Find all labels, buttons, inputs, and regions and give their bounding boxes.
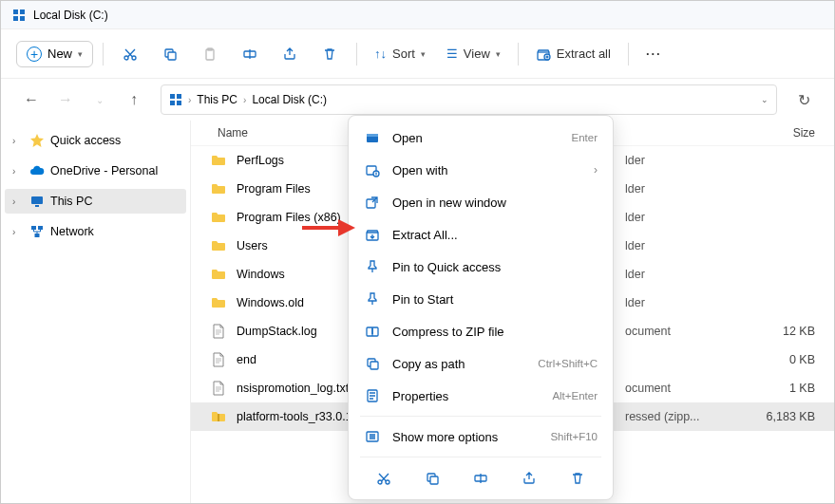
file-type: ocument	[625, 382, 739, 395]
svg-rect-7	[168, 52, 176, 60]
menu-item-pin-to-start[interactable]: Pin to Start	[354, 283, 607, 315]
divider	[628, 43, 629, 65]
cut-button[interactable]	[369, 465, 399, 492]
menu-item-copy-as-path[interactable]: Copy as pathCtrl+Shift+C	[354, 347, 607, 380]
new-button[interactable]: + New ▾	[16, 41, 93, 67]
menu-item-extract-all-[interactable]: Extract All...	[354, 218, 607, 251]
svg-rect-3	[20, 16, 25, 21]
refresh-button[interactable]: ↻	[788, 84, 819, 115]
svg-rect-15	[177, 101, 181, 105]
svg-rect-1	[20, 9, 25, 14]
rename-button[interactable]	[233, 37, 267, 71]
chevron-right-icon: ›	[12, 166, 24, 177]
monitor-icon	[29, 194, 45, 209]
divider	[356, 43, 357, 65]
more-icon	[364, 428, 381, 445]
cloud-icon	[29, 163, 45, 178]
divider	[103, 43, 104, 65]
chevron-right-icon: ›	[188, 95, 191, 105]
zip-icon	[210, 408, 227, 425]
share-button[interactable]	[273, 37, 307, 71]
sidebar: ›Quick access›OneDrive - Personal›This P…	[1, 121, 191, 503]
share-button[interactable]	[514, 465, 544, 492]
window-title: Local Disk (C:)	[33, 9, 108, 22]
menu-item-open[interactable]: OpenEnter	[354, 121, 607, 154]
svg-rect-29	[370, 362, 378, 369]
menu-divider	[360, 416, 601, 417]
file-size: 0 KB	[739, 353, 815, 366]
menu-item-properties[interactable]: PropertiesAlt+Enter	[354, 380, 607, 412]
chevron-right-icon: ›	[12, 196, 24, 207]
back-button[interactable]: ←	[16, 84, 47, 115]
sort-button[interactable]: ↑↓ Sort ▾	[367, 41, 433, 66]
copy-button[interactable]	[417, 465, 447, 492]
menu-item-compress-to-zip-file[interactable]: Compress to ZIP file	[354, 315, 607, 347]
forward-button: →	[50, 84, 81, 115]
recent-dropdown[interactable]: ⌄	[85, 84, 115, 115]
folder-icon	[210, 266, 227, 283]
delete-button[interactable]	[313, 37, 347, 71]
newwindow-icon	[364, 194, 381, 211]
menu-item-open-in-new-window[interactable]: Open in new window	[354, 186, 607, 218]
menu-label: Open with	[392, 163, 582, 177]
col-type[interactable]	[625, 126, 739, 140]
sidebar-item-label: Quick access	[50, 134, 121, 147]
file-size: 12 KB	[739, 325, 815, 338]
svg-rect-19	[38, 226, 43, 230]
svg-rect-0	[13, 9, 18, 14]
sidebar-item-label: This PC	[50, 195, 92, 208]
svg-rect-2	[13, 16, 18, 21]
sidebar-item-this-pc[interactable]: ›This PC	[5, 189, 186, 214]
copy-button[interactable]	[153, 37, 187, 71]
up-button[interactable]: ↑	[119, 84, 149, 115]
svg-rect-8	[206, 49, 214, 60]
svg-rect-16	[31, 196, 43, 204]
menu-item-open-with[interactable]: Open with›	[354, 154, 607, 186]
menu-shortcut: Enter	[572, 132, 598, 143]
sidebar-item-quick-access[interactable]: ›Quick access	[5, 128, 186, 153]
chevron-right-icon: ›	[12, 227, 24, 237]
delete-button[interactable]	[562, 465, 593, 492]
file-type: lder	[625, 211, 739, 224]
sidebar-item-onedrive-personal[interactable]: ›OneDrive - Personal	[5, 159, 186, 183]
extract-icon	[364, 226, 381, 243]
chevron-down-icon[interactable]: ⌄	[761, 95, 769, 104]
svg-rect-20	[35, 233, 40, 237]
folder-icon	[210, 152, 227, 169]
menu-item-show-more[interactable]: Show more optionsShift+F10	[354, 420, 607, 453]
copypath-icon	[364, 355, 381, 372]
breadcrumb-part[interactable]: This PC	[197, 93, 237, 106]
file-size: 6,183 KB	[739, 410, 815, 423]
folder-icon	[210, 209, 227, 226]
extract-all-button[interactable]: Extract all	[528, 41, 618, 67]
menu-label: Copy as path	[392, 357, 526, 371]
divider	[518, 43, 519, 65]
pc-icon	[169, 93, 182, 106]
menu-label: Pin to Quick access	[392, 260, 598, 274]
svg-rect-18	[31, 226, 36, 230]
breadcrumb[interactable]: › This PC › Local Disk (C:) ⌄	[161, 84, 777, 115]
menu-divider	[360, 457, 601, 457]
cut-button[interactable]	[113, 37, 147, 71]
file-type: ressed (zipp...	[625, 410, 739, 423]
folder-icon	[210, 237, 227, 254]
openwith-icon	[364, 161, 381, 178]
rename-button[interactable]	[465, 465, 496, 492]
folder-icon	[210, 294, 227, 311]
menu-toolbar	[354, 461, 607, 494]
sidebar-item-label: Network	[50, 225, 94, 238]
file-icon	[210, 380, 227, 397]
menu-label: Pin to Start	[392, 292, 598, 307]
sidebar-item-network[interactable]: ›Network	[5, 219, 186, 244]
file-type: ocument	[625, 325, 739, 338]
menu-item-pin-to-quick-access[interactable]: Pin to Quick access	[354, 251, 607, 283]
network-icon	[29, 224, 45, 239]
more-button[interactable]: ···	[638, 41, 670, 66]
view-button[interactable]: ☰ View ▾	[439, 41, 508, 66]
pin-icon	[364, 290, 381, 308]
sidebar-item-label: OneDrive - Personal	[50, 164, 158, 177]
col-size[interactable]: Size	[739, 126, 815, 140]
svg-rect-17	[35, 205, 39, 207]
chevron-down-icon: ▾	[78, 49, 83, 59]
breadcrumb-part[interactable]: Local Disk (C:)	[252, 93, 327, 106]
